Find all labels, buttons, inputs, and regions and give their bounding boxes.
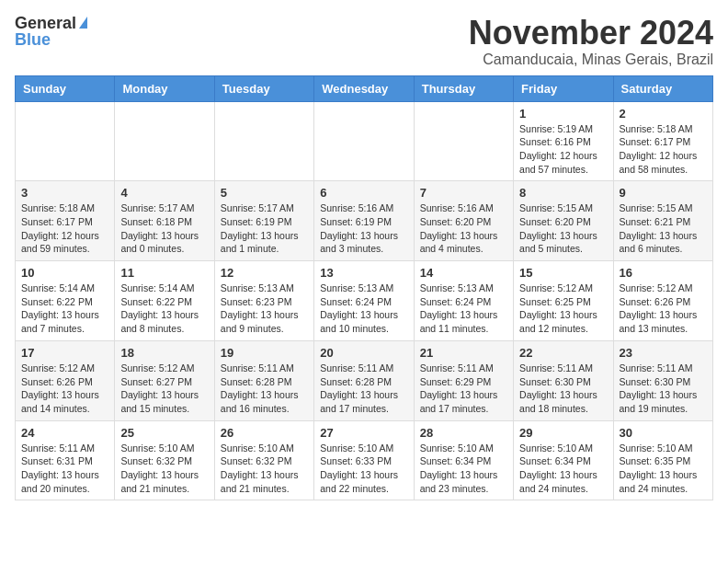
day-number: 8 (519, 186, 607, 200)
calendar-cell: 2Sunrise: 5:18 AMSunset: 6:17 PMDaylight… (613, 101, 712, 181)
calendar-cell (115, 101, 214, 181)
day-info: Sunrise: 5:10 AMSunset: 6:33 PMDaylight:… (320, 442, 407, 496)
day-info: Sunrise: 5:19 AMSunset: 6:16 PMDaylight:… (519, 122, 607, 177)
day-number: 12 (221, 266, 308, 280)
day-number: 16 (620, 266, 707, 280)
day-number: 3 (21, 186, 108, 200)
day-number: 7 (420, 186, 507, 200)
day-number: 28 (420, 426, 507, 440)
calendar-week-row: 3Sunrise: 5:18 AMSunset: 6:17 PMDaylight… (16, 181, 713, 261)
day-number: 26 (221, 426, 308, 440)
day-number: 5 (221, 186, 308, 200)
day-info: Sunrise: 5:17 AMSunset: 6:18 PMDaylight:… (120, 201, 208, 256)
calendar-table: SundayMondayTuesdayWednesdayThursdayFrid… (15, 75, 713, 501)
day-number: 21 (420, 346, 507, 360)
day-info: Sunrise: 5:14 AMSunset: 6:22 PMDaylight:… (120, 282, 208, 336)
day-number: 9 (620, 186, 707, 200)
day-info: Sunrise: 5:10 AMSunset: 6:34 PMDaylight:… (519, 442, 607, 496)
day-number: 1 (519, 107, 607, 121)
calendar-cell: 12Sunrise: 5:13 AMSunset: 6:23 PMDayligh… (214, 261, 313, 341)
day-info: Sunrise: 5:11 AMSunset: 6:30 PMDaylight:… (620, 362, 707, 416)
calendar-week-row: 17Sunrise: 5:12 AMSunset: 6:26 PMDayligh… (16, 340, 713, 420)
day-info: Sunrise: 5:12 AMSunset: 6:26 PMDaylight:… (21, 362, 108, 416)
weekday-header-tuesday: Tuesday (214, 75, 313, 101)
calendar-cell: 19Sunrise: 5:11 AMSunset: 6:28 PMDayligh… (214, 340, 313, 420)
day-info: Sunrise: 5:16 AMSunset: 6:20 PMDaylight:… (420, 201, 507, 256)
calendar-cell: 24Sunrise: 5:11 AMSunset: 6:31 PMDayligh… (16, 420, 115, 500)
calendar-week-row: 1Sunrise: 5:19 AMSunset: 6:16 PMDaylight… (16, 101, 713, 181)
day-info: Sunrise: 5:11 AMSunset: 6:31 PMDaylight:… (21, 442, 108, 496)
calendar-cell: 16Sunrise: 5:12 AMSunset: 6:26 PMDayligh… (613, 261, 712, 341)
calendar-cell: 4Sunrise: 5:17 AMSunset: 6:18 PMDaylight… (115, 181, 214, 261)
day-info: Sunrise: 5:11 AMSunset: 6:30 PMDaylight:… (519, 362, 607, 416)
day-number: 25 (120, 426, 208, 440)
location-title: Camanducaia, Minas Gerais, Brazil (469, 52, 713, 68)
day-number: 13 (320, 266, 407, 280)
calendar-cell: 10Sunrise: 5:14 AMSunset: 6:22 PMDayligh… (16, 261, 115, 341)
weekday-header-thursday: Thursday (414, 75, 513, 101)
day-info: Sunrise: 5:11 AMSunset: 6:29 PMDaylight:… (420, 362, 507, 416)
calendar-cell: 26Sunrise: 5:10 AMSunset: 6:32 PMDayligh… (214, 420, 313, 500)
day-info: Sunrise: 5:17 AMSunset: 6:19 PMDaylight:… (221, 201, 308, 256)
day-info: Sunrise: 5:12 AMSunset: 6:26 PMDaylight:… (620, 282, 707, 336)
calendar-cell: 28Sunrise: 5:10 AMSunset: 6:34 PMDayligh… (414, 420, 513, 500)
day-info: Sunrise: 5:13 AMSunset: 6:23 PMDaylight:… (221, 282, 308, 336)
calendar-cell: 25Sunrise: 5:10 AMSunset: 6:32 PMDayligh… (115, 420, 214, 500)
day-number: 22 (519, 346, 607, 360)
calendar-cell: 3Sunrise: 5:18 AMSunset: 6:17 PMDaylight… (16, 181, 115, 261)
day-number: 27 (320, 426, 407, 440)
page-header: General Blue November 2024 Camanducaia, … (15, 15, 713, 68)
day-info: Sunrise: 5:12 AMSunset: 6:27 PMDaylight:… (120, 362, 208, 416)
day-number: 17 (21, 346, 108, 360)
calendar-cell: 20Sunrise: 5:11 AMSunset: 6:28 PMDayligh… (314, 340, 414, 420)
calendar-cell: 8Sunrise: 5:15 AMSunset: 6:20 PMDaylight… (514, 181, 613, 261)
calendar-cell: 1Sunrise: 5:19 AMSunset: 6:16 PMDaylight… (514, 101, 613, 181)
calendar-cell: 13Sunrise: 5:13 AMSunset: 6:24 PMDayligh… (314, 261, 414, 341)
calendar-cell: 29Sunrise: 5:10 AMSunset: 6:34 PMDayligh… (514, 420, 613, 500)
day-number: 30 (620, 426, 707, 440)
day-info: Sunrise: 5:10 AMSunset: 6:32 PMDaylight:… (120, 442, 208, 496)
day-info: Sunrise: 5:18 AMSunset: 6:17 PMDaylight:… (21, 201, 108, 256)
day-info: Sunrise: 5:10 AMSunset: 6:34 PMDaylight:… (420, 442, 507, 496)
calendar-cell: 7Sunrise: 5:16 AMSunset: 6:20 PMDaylight… (414, 181, 513, 261)
calendar-cell: 21Sunrise: 5:11 AMSunset: 6:29 PMDayligh… (414, 340, 513, 420)
day-info: Sunrise: 5:18 AMSunset: 6:17 PMDaylight:… (620, 122, 707, 177)
day-info: Sunrise: 5:16 AMSunset: 6:19 PMDaylight:… (320, 201, 407, 256)
weekday-header-sunday: Sunday (16, 75, 115, 101)
day-number: 10 (21, 266, 108, 280)
weekday-header-friday: Friday (514, 75, 613, 101)
day-number: 15 (519, 266, 607, 280)
weekday-header-saturday: Saturday (613, 75, 712, 101)
day-number: 18 (120, 346, 208, 360)
calendar-cell: 23Sunrise: 5:11 AMSunset: 6:30 PMDayligh… (613, 340, 712, 420)
month-title: November 2024 (469, 15, 713, 52)
logo-general-text: General (15, 15, 76, 31)
calendar-week-row: 10Sunrise: 5:14 AMSunset: 6:22 PMDayligh… (16, 261, 713, 341)
weekday-header-monday: Monday (115, 75, 214, 101)
calendar-week-row: 24Sunrise: 5:11 AMSunset: 6:31 PMDayligh… (16, 420, 713, 500)
day-number: 23 (620, 346, 707, 360)
calendar-cell: 27Sunrise: 5:10 AMSunset: 6:33 PMDayligh… (314, 420, 414, 500)
day-info: Sunrise: 5:15 AMSunset: 6:20 PMDaylight:… (519, 201, 607, 256)
day-number: 6 (320, 186, 407, 200)
day-info: Sunrise: 5:10 AMSunset: 6:35 PMDaylight:… (620, 442, 707, 496)
calendar-cell: 17Sunrise: 5:12 AMSunset: 6:26 PMDayligh… (16, 340, 115, 420)
calendar-cell (214, 101, 313, 181)
logo-blue-text: Blue (15, 31, 51, 48)
calendar-cell: 6Sunrise: 5:16 AMSunset: 6:19 PMDaylight… (314, 181, 414, 261)
day-number: 29 (519, 426, 607, 440)
day-number: 2 (620, 107, 707, 121)
day-number: 20 (320, 346, 407, 360)
calendar-cell: 14Sunrise: 5:13 AMSunset: 6:24 PMDayligh… (414, 261, 513, 341)
calendar-cell: 18Sunrise: 5:12 AMSunset: 6:27 PMDayligh… (115, 340, 214, 420)
logo: General Blue (15, 15, 87, 48)
calendar-cell: 5Sunrise: 5:17 AMSunset: 6:19 PMDaylight… (214, 181, 313, 261)
day-info: Sunrise: 5:11 AMSunset: 6:28 PMDaylight:… (320, 362, 407, 416)
day-number: 11 (120, 266, 208, 280)
day-info: Sunrise: 5:10 AMSunset: 6:32 PMDaylight:… (221, 442, 308, 496)
day-info: Sunrise: 5:14 AMSunset: 6:22 PMDaylight:… (21, 282, 108, 336)
calendar-cell (414, 101, 513, 181)
calendar-cell: 15Sunrise: 5:12 AMSunset: 6:25 PMDayligh… (514, 261, 613, 341)
day-number: 24 (21, 426, 108, 440)
day-info: Sunrise: 5:15 AMSunset: 6:21 PMDaylight:… (620, 201, 707, 256)
